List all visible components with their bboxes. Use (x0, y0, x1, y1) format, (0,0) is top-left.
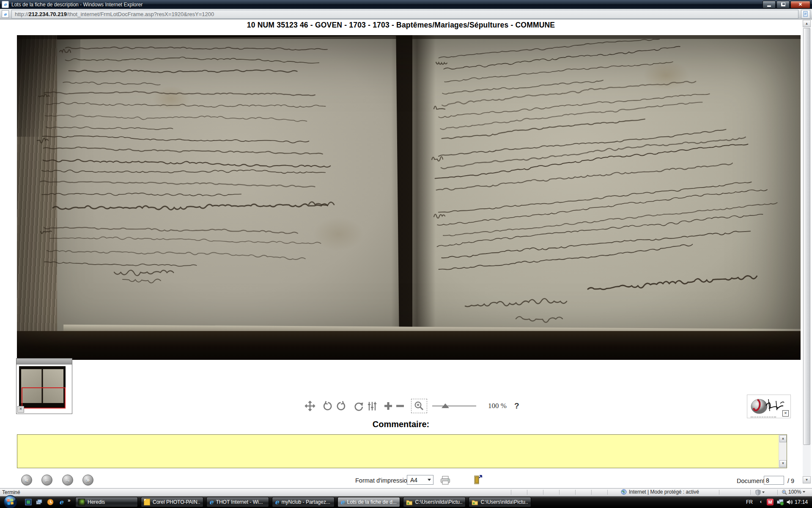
comment-textarea[interactable] (17, 435, 780, 469)
status-bar: Terminé Internet | Mode protégé : activé… (0, 488, 812, 496)
taskbar: e » Heredis Corel PHOTO-PAIN... e THOT I… (0, 496, 812, 508)
folder-icon (472, 499, 478, 505)
thot-logo: ✕ (747, 395, 791, 418)
help-button[interactable]: ? (514, 401, 519, 411)
exit-button[interactable] (473, 474, 483, 487)
url-scheme: http:// (15, 11, 29, 17)
security-report-button[interactable] (755, 489, 765, 495)
taskbar-button-lots-active[interactable]: e Lots de la fiche de d... (337, 497, 400, 507)
logo-dots (751, 417, 776, 417)
switch-windows-icon[interactable] (36, 498, 43, 506)
print-format-value: A4 (410, 477, 417, 483)
url-field[interactable]: http://212.234.70.219/thot_internet/FrmL… (11, 10, 798, 19)
refresh-button[interactable] (801, 10, 810, 19)
browser-zoom-value: 100% (788, 489, 801, 495)
url-host: 212.234.70.219 (29, 11, 67, 17)
document-total: / 9 (787, 478, 794, 484)
next-document-button[interactable]: → (62, 475, 73, 486)
zoom-slider-knob[interactable] (442, 403, 449, 408)
network-tray-icon[interactable] (777, 499, 784, 507)
taskbar-button-corel[interactable]: Corel PHOTO-PAIN... (141, 497, 203, 507)
print-button[interactable] (440, 475, 451, 487)
show-desktop-icon[interactable] (25, 498, 32, 506)
exit-door-icon (473, 474, 483, 485)
document-number-input[interactable] (764, 476, 784, 485)
chevron-down-icon (428, 479, 431, 481)
levels-icon[interactable] (367, 400, 377, 412)
viewer-toolbar: 100 % ? (304, 397, 519, 415)
taskbar-button-heredis[interactable]: Heredis (75, 497, 138, 507)
window-titlebar: e Lots de la fiche de description - Wind… (0, 0, 812, 9)
page-icon: e (2, 10, 9, 18)
zoom-slider[interactable] (432, 402, 476, 410)
ie-icon: e (275, 499, 279, 505)
scroll-down-icon[interactable]: ▼ (779, 460, 787, 467)
taskbar-button-pictures-1[interactable]: C:\Users\nilda\Pictu... (403, 497, 466, 507)
document-title: 10 NUM 35123 46 - GOVEN - 1703 - 1703 - … (0, 21, 802, 30)
taskbar-button-pictures-2[interactable]: C:\Users\nilda\Pictu... (469, 497, 531, 507)
manuscript-image[interactable] (17, 35, 801, 360)
scrollbar-thumb[interactable] (803, 28, 810, 445)
zoom-out-icon[interactable] (395, 401, 405, 411)
app-icon-orange[interactable] (47, 498, 54, 506)
quicklaunch-overflow-chevron[interactable]: » (68, 497, 71, 503)
minimize-button[interactable] (763, 1, 776, 8)
comment-box: ▲ ▼ (17, 434, 787, 468)
magnifier-tool-icon[interactable] (411, 399, 427, 413)
ie-app-icon: e (2, 1, 9, 8)
restore-button[interactable] (776, 1, 790, 8)
print-format-label: Format d'impression: (355, 477, 412, 484)
clock[interactable]: 17:14 (795, 499, 808, 505)
status-text: Terminé (2, 489, 20, 495)
browser-zoom-control[interactable]: 100% (782, 489, 805, 495)
pan-tool-icon[interactable] (304, 400, 316, 412)
chevron-down-icon (803, 491, 805, 493)
zone-text: Internet | Mode protégé : activé (629, 489, 699, 495)
volume-tray-icon[interactable] (786, 499, 793, 507)
thumbnail-navigator[interactable]: ✕ (16, 358, 72, 414)
document-counter-label: Document (737, 478, 765, 484)
print-format-select[interactable]: A4 (407, 475, 433, 485)
corel-icon (144, 499, 150, 505)
page-scrollbar[interactable]: ▲ ▼ (803, 20, 811, 483)
printer-icon (440, 475, 451, 486)
viewport-rectangle[interactable] (22, 387, 66, 409)
tray-expand-chevron[interactable]: ‹ (760, 499, 762, 505)
windows-start-icon (3, 495, 17, 508)
security-zone: Internet | Mode protégé : activé (621, 489, 699, 495)
desktop: { "window": { "title": "Lots de la fiche… (0, 0, 812, 508)
taskbar-button-mynclub[interactable]: e myNclub - Partagez... (272, 497, 335, 507)
minimize-icon (767, 6, 771, 7)
logo-close-icon[interactable]: ✕ (782, 410, 789, 417)
comment-label: Commentaire: (0, 420, 802, 429)
start-button[interactable] (3, 495, 17, 508)
antivirus-tray-icon[interactable]: M (767, 499, 774, 505)
window-title: Lots de la fiche de description - Window… (11, 2, 143, 8)
scroll-up-icon[interactable]: ▲ (779, 435, 787, 442)
restore-icon (781, 3, 785, 6)
internet-explorer-icon[interactable]: e (58, 498, 65, 506)
close-button[interactable]: ✕ (790, 1, 810, 8)
taskbar-button-thot[interactable]: e THOT Internet - Wi... (206, 497, 269, 507)
taskbar-buttons: Heredis Corel PHOTO-PAIN... e THOT Inter… (75, 497, 531, 507)
rotate-ccw-icon[interactable] (322, 400, 334, 412)
refresh-icon (803, 11, 809, 17)
ie-icon: e (209, 499, 214, 505)
zoom-value: 100 % (488, 402, 507, 410)
zoom-slider-track (432, 406, 476, 406)
zoom-in-icon[interactable] (383, 401, 393, 411)
close-icon: ✕ (798, 2, 802, 7)
thumbnail-header (16, 359, 72, 364)
rotate-cw-icon[interactable] (335, 400, 346, 412)
language-indicator[interactable]: FR (746, 499, 753, 505)
folder-icon (406, 499, 413, 505)
ie-icon: e (340, 499, 345, 505)
thumbnail-toggle-icon[interactable]: ✕ (17, 406, 24, 413)
scrollbar-up-icon[interactable]: ▲ (803, 20, 811, 27)
scrollbar-down-icon[interactable]: ▼ (803, 476, 811, 483)
rotate-free-icon[interactable] (353, 400, 365, 412)
previous-document-button[interactable]: ← (41, 475, 52, 486)
first-document-button[interactable]: « (21, 475, 32, 486)
last-document-button[interactable]: » (82, 475, 93, 486)
comment-scrollbar[interactable]: ▲ ▼ (779, 435, 787, 468)
